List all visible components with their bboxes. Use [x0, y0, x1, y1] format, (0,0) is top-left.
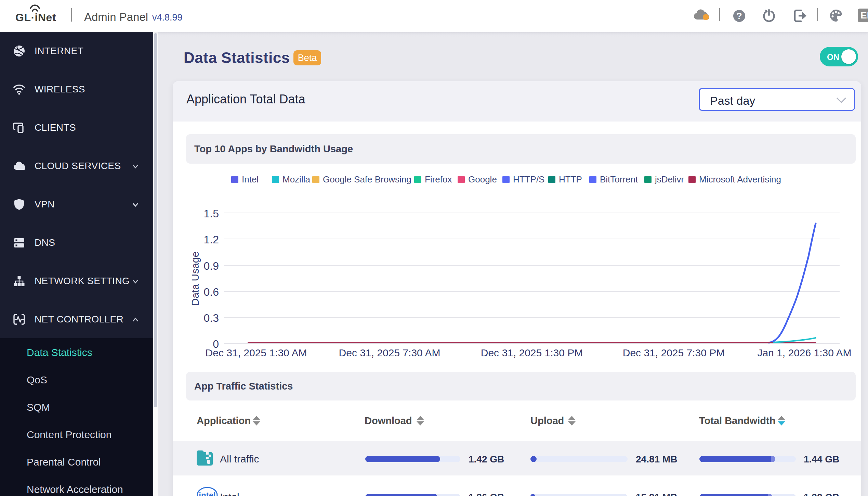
svg-text:intel: intel	[199, 491, 215, 496]
svg-text:?: ?	[736, 11, 742, 21]
